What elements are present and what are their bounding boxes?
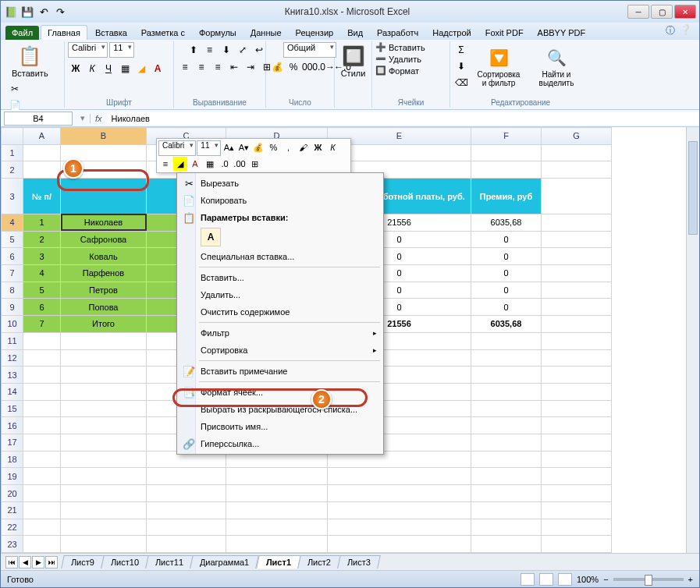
- menu-copy[interactable]: 📄Копировать: [179, 192, 382, 209]
- view-layout-button[interactable]: [539, 573, 553, 586]
- cell[interactable]: Сафронова: [61, 231, 147, 248]
- sheet-tab[interactable]: Диаграмма1: [190, 555, 260, 569]
- sort-filter-button[interactable]: 🔽 Сортировка и фильтр: [471, 44, 527, 89]
- row-header[interactable]: 22: [2, 519, 23, 536]
- menu-format-cells[interactable]: 📑Формат ячеек...: [179, 384, 382, 401]
- tab-review[interactable]: Рецензир: [290, 26, 340, 40]
- sheet-tab[interactable]: Лист2: [297, 555, 341, 569]
- sheet-tab[interactable]: Лист3: [337, 555, 381, 569]
- row-header[interactable]: 3: [2, 179, 23, 214]
- sheet-tab[interactable]: Лист10: [101, 555, 149, 569]
- cell[interactable]: 5: [23, 282, 61, 299]
- col-header-b[interactable]: B: [61, 128, 147, 145]
- row-header[interactable]: 5: [2, 231, 23, 248]
- percent-button[interactable]: %: [286, 59, 301, 75]
- col-header-g[interactable]: G: [542, 128, 612, 145]
- mini-font-select[interactable]: Calibri: [158, 140, 196, 156]
- paste-button[interactable]: 📋 Вставить: [7, 42, 53, 80]
- number-format-select[interactable]: Общий: [283, 42, 336, 58]
- bold-button[interactable]: Ж: [68, 61, 84, 76]
- menu-paste-special[interactable]: Специальная вставка...: [179, 248, 382, 265]
- cell[interactable]: 6035,68: [471, 214, 542, 231]
- menu-define-name[interactable]: Присвоить имя...: [179, 418, 382, 435]
- name-box[interactable]: B4: [4, 112, 73, 126]
- row-header[interactable]: 9: [2, 299, 23, 316]
- autosum-button[interactable]: Σ: [453, 42, 469, 58]
- currency-button[interactable]: 💰: [269, 59, 285, 75]
- row-header[interactable]: 6: [2, 248, 23, 265]
- cells-format-button[interactable]: 🔲Формат: [375, 66, 419, 76]
- paste-option-values[interactable]: А: [201, 228, 221, 246]
- row-header[interactable]: 2: [2, 161, 23, 179]
- cell[interactable]: 2: [23, 231, 61, 248]
- cell[interactable]: 7: [23, 316, 61, 333]
- tab-layout[interactable]: Разметка с: [135, 26, 191, 40]
- sheet-tab-active[interactable]: Лист1: [256, 555, 301, 569]
- fx-button[interactable]: fx: [90, 114, 107, 123]
- tab-developer[interactable]: Разработч: [371, 26, 425, 40]
- mini-fill[interactable]: ◢: [173, 157, 187, 171]
- menu-hyperlink[interactable]: 🔗Гиперссылка...: [179, 435, 382, 452]
- formula-input[interactable]: Николаев: [107, 112, 699, 125]
- ribbon-minimize-icon[interactable]: ⓘ: [666, 24, 675, 37]
- fill-button[interactable]: ⬇: [453, 58, 469, 74]
- cell[interactable]: 0: [471, 248, 542, 265]
- mini-merge[interactable]: ⊞: [247, 157, 261, 171]
- inc-decimal-button[interactable]: .0→: [318, 59, 334, 75]
- cells-insert-button[interactable]: ➕Вставить: [375, 42, 425, 52]
- underline-button[interactable]: Ч: [101, 61, 116, 76]
- row-header[interactable]: 4: [2, 214, 23, 231]
- zoom-level[interactable]: 100%: [577, 575, 599, 584]
- mini-bold[interactable]: Ж: [311, 140, 325, 154]
- table-header[interactable]: № п/: [23, 179, 61, 214]
- zoom-out-button[interactable]: −: [603, 575, 608, 584]
- help-icon[interactable]: ❔: [680, 24, 691, 37]
- font-name-select[interactable]: Calibri: [68, 42, 108, 58]
- tab-addins[interactable]: Надстрой: [426, 26, 477, 40]
- cells-delete-button[interactable]: ➖Удалить: [375, 54, 421, 64]
- tab-formulas[interactable]: Формулы: [193, 26, 243, 40]
- cell[interactable]: Итого: [61, 316, 147, 333]
- view-normal-button[interactable]: [521, 573, 535, 586]
- menu-insert-comment[interactable]: 📝Вставить примечание: [179, 363, 382, 380]
- mini-currency[interactable]: 💰: [251, 140, 265, 154]
- mini-center[interactable]: ≡: [158, 157, 172, 171]
- align-left-button[interactable]: ≡: [177, 59, 193, 75]
- col-header-a[interactable]: A: [23, 128, 61, 145]
- mini-inc-dec[interactable]: .0: [218, 157, 232, 171]
- zoom-in-button[interactable]: +: [688, 575, 693, 584]
- align-bottom-button[interactable]: ⬇: [219, 42, 234, 58]
- sheet-tab[interactable]: Лист9: [61, 555, 105, 569]
- col-header-f[interactable]: F: [471, 128, 542, 145]
- mini-comma[interactable]: ,: [281, 140, 295, 154]
- fill-color-button[interactable]: ◢: [133, 61, 149, 76]
- align-top-button[interactable]: ⬆: [186, 42, 201, 58]
- tab-abbyy[interactable]: ABBYY PDF: [531, 26, 592, 40]
- row-header[interactable]: 15: [2, 400, 23, 417]
- cell[interactable]: 0: [471, 231, 542, 248]
- undo-icon[interactable]: ↶: [37, 5, 51, 19]
- sheet-nav-last[interactable]: ⏭: [45, 556, 58, 569]
- orientation-button[interactable]: ⤢: [235, 42, 251, 58]
- cell-selected[interactable]: Николаев: [61, 214, 147, 231]
- cell[interactable]: 6: [23, 299, 61, 316]
- vertical-scrollbar[interactable]: [686, 127, 699, 553]
- cell[interactable]: Коваль: [61, 248, 147, 265]
- cell[interactable]: 6035,68: [471, 316, 542, 333]
- font-size-select[interactable]: 11: [109, 42, 134, 58]
- row-header[interactable]: 20: [2, 485, 23, 502]
- comma-button[interactable]: 000: [302, 59, 318, 75]
- maximize-button[interactable]: ▢: [651, 5, 673, 19]
- font-color-button[interactable]: А: [150, 61, 165, 76]
- wrap-text-button[interactable]: ↩: [251, 42, 267, 58]
- tab-view[interactable]: Вид: [341, 26, 369, 40]
- cell[interactable]: 0: [471, 299, 542, 316]
- cell[interactable]: 1: [23, 214, 61, 231]
- close-button[interactable]: ✕: [674, 5, 696, 19]
- save-icon[interactable]: 💾: [20, 5, 34, 19]
- row-header[interactable]: 11: [2, 332, 23, 349]
- mini-dec-dec[interactable]: .00: [233, 157, 247, 171]
- zoom-slider[interactable]: [613, 578, 684, 581]
- mini-italic[interactable]: К: [325, 140, 339, 154]
- align-center-button[interactable]: ≡: [194, 59, 209, 75]
